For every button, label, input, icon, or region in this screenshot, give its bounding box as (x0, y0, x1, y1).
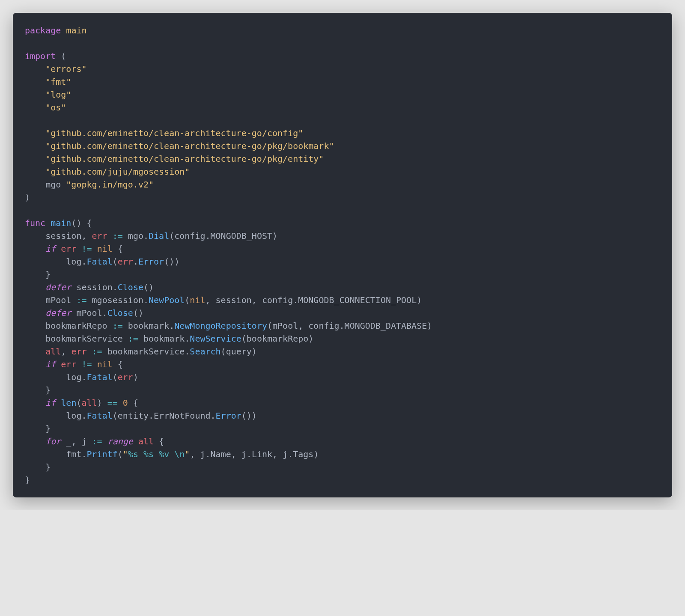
code-token: ( (113, 256, 118, 267)
code-token (25, 102, 45, 113)
code-token (87, 346, 92, 357)
code-token: () { (71, 218, 92, 228)
code-token: NewService (190, 333, 241, 344)
code-token: "errors" (45, 64, 86, 74)
code-token: "fmt" (45, 77, 71, 87)
code-token: func (25, 218, 45, 228)
code-line: } (25, 385, 51, 395)
code-token: := (113, 321, 123, 331)
code-token: (query) (221, 346, 257, 357)
code-token (138, 449, 143, 459)
code-token: Dial (149, 231, 169, 241)
code-token: main (51, 218, 71, 228)
code-token (92, 359, 97, 369)
code-token: %s (128, 449, 138, 459)
code-token: if (45, 244, 56, 254)
code-token: , j.Name, j.Link, j.Tags) (190, 449, 319, 459)
code-token (25, 436, 45, 446)
code-line: for _, j := range all { (25, 436, 164, 446)
code-token: for (45, 436, 61, 446)
code-token (107, 231, 113, 241)
code-token: Fatal (87, 256, 113, 267)
code-token: import (25, 51, 56, 61)
code-token: NewPool (149, 295, 185, 305)
code-token: == (107, 398, 118, 408)
code-token: } (25, 269, 51, 280)
code-line: log.Fatal(err.Error()) (25, 256, 179, 267)
code-line: ) (25, 192, 30, 202)
code-token: := (92, 346, 102, 357)
code-token: "github.com/juju/mgosession" (45, 167, 190, 177)
code-line: "github.com/juju/mgosession" (25, 167, 190, 177)
code-token (154, 449, 159, 459)
code-token: log. (25, 411, 87, 421)
code-token: mPool (25, 295, 76, 305)
code-token (56, 244, 61, 254)
code-token: package (25, 25, 61, 36)
code-token: log. (25, 372, 87, 382)
code-token: { (113, 244, 123, 254)
code-token: "github.com/eminetto/clean-architecture-… (45, 141, 334, 151)
code-token: fmt. (25, 449, 87, 459)
code-token: err (118, 256, 133, 267)
code-token: { (154, 436, 164, 446)
code-token (25, 308, 45, 318)
code-token: "gopkg.in/mgo.v2" (66, 179, 154, 190)
code-token: , session, config.MONGODB_CONNECTION_POO… (205, 295, 422, 305)
code-token: { (113, 359, 123, 369)
code-token: err (61, 359, 76, 369)
code-line: func main() { (25, 218, 92, 228)
code-token: ( (185, 295, 190, 305)
code-line: defer mPool.Close() (25, 308, 143, 318)
code-token: != (81, 244, 92, 254)
code-token (92, 244, 97, 254)
code-token (102, 436, 107, 446)
code-token: ( (56, 51, 66, 61)
code-line: fmt.Printf("%s %s %v \n", j.Name, j.Link… (25, 449, 319, 459)
code-token: all (81, 398, 97, 408)
code-token: ()) (241, 411, 257, 421)
code-line: bookmarkService := bookmark.NewService(b… (25, 333, 313, 344)
code-line: "errors" (25, 64, 87, 74)
code-token: bookmarkRepo (25, 321, 113, 331)
code-token: \n (174, 449, 185, 459)
code-token (76, 244, 81, 254)
code-token: ()) (164, 256, 179, 267)
code-token: Printf (87, 449, 118, 459)
code-token: bookmarkService (25, 333, 128, 344)
code-token: mgosession. (87, 295, 149, 305)
code-token: () (133, 308, 143, 318)
code-line: bookmarkRepo := bookmark.NewMongoReposit… (25, 321, 432, 331)
code-token: . (133, 256, 138, 267)
code-token: defer (45, 308, 71, 318)
code-token (133, 436, 138, 446)
code-line: if len(all) == 0 { (25, 398, 138, 408)
code-token: " (123, 449, 128, 459)
code-token: Fatal (87, 372, 113, 382)
code-line: if err != nil { (25, 244, 123, 254)
code-line: "github.com/eminetto/clean-architecture-… (25, 141, 334, 151)
code-window: package main import ( "errors" "fmt" "lo… (13, 13, 672, 497)
code-token: if (45, 359, 56, 369)
code-token: nil (190, 295, 205, 305)
code-line: import ( (25, 51, 66, 61)
code-token (56, 359, 61, 369)
code-token: 0 (123, 398, 128, 408)
code-line: package main (25, 25, 87, 36)
code-token: ) (25, 192, 30, 202)
code-token: ( (76, 398, 81, 408)
code-token: all (45, 346, 61, 357)
code-token: := (92, 436, 102, 446)
code-token (45, 218, 51, 228)
code-line: "fmt" (25, 77, 71, 87)
code-pre: package main import ( "errors" "fmt" "lo… (25, 24, 660, 486)
code-token: (entity.ErrNotFound. (113, 411, 216, 421)
code-token (56, 398, 61, 408)
code-token: mgo (25, 179, 66, 190)
code-token: nil (97, 244, 113, 254)
code-token: (config.MONGODB_HOST) (169, 231, 277, 241)
code-token: Close (107, 308, 133, 318)
code-token (25, 167, 45, 177)
code-token (118, 398, 123, 408)
code-token (25, 141, 45, 151)
